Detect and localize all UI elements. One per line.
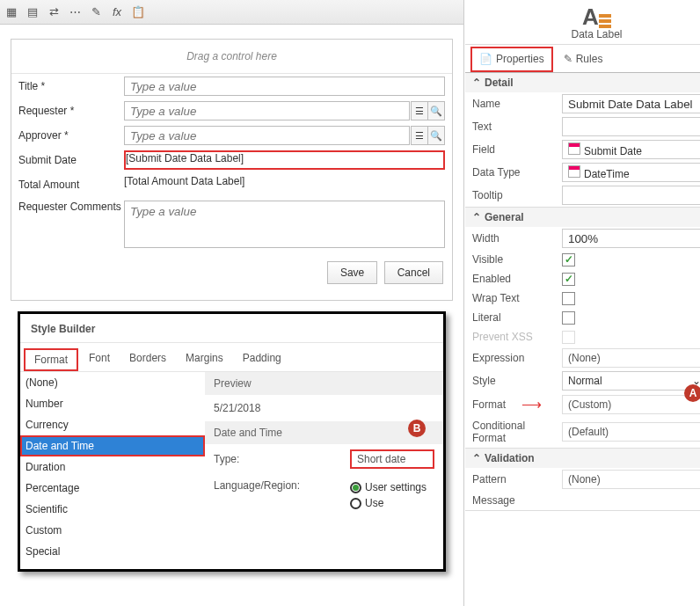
drag-hint: Drag a control here <box>11 40 452 74</box>
style-builder-tabs: Format Font Borders Margins Padding <box>20 343 443 372</box>
properties-panel: A Data Label 📄Properties ✎Rules ⌃Detail … <box>464 0 700 606</box>
search-icon[interactable]: 🔍 <box>427 101 445 120</box>
tab-rules[interactable]: ✎Rules <box>557 47 610 72</box>
lbl-literal: Literal <box>465 308 560 327</box>
lbl-visible: Visible <box>465 250 560 269</box>
cat-custom[interactable]: Custom <box>20 520 205 541</box>
save-button[interactable]: Save <box>327 261 377 284</box>
type-label: Type: <box>214 453 350 465</box>
form-canvas: Drag a control here Title * Requester * … <box>11 39 453 301</box>
checkbox-visible[interactable]: ✓ <box>562 253 575 266</box>
fx-icon[interactable]: fx <box>109 4 125 20</box>
cat-scientific[interactable]: Scientific <box>20 499 205 520</box>
cat-number[interactable]: Number <box>20 393 205 414</box>
lbl-width: Width <box>465 227 560 250</box>
input-name[interactable] <box>562 94 700 113</box>
collapse-icon: ⌃ <box>472 77 481 89</box>
format-category-list: (None) Number Currency Date and Time Dur… <box>20 372 205 562</box>
section-validation[interactable]: ⌃Validation <box>465 449 700 468</box>
dropdown-style[interactable]: Normal⌄ <box>562 371 700 391</box>
style-builder-title: Style Builder <box>20 314 443 343</box>
cat-percentage[interactable]: Percentage <box>20 478 205 499</box>
section-date-time: Date and Time <box>214 427 282 439</box>
style-builder-dialog: Style Builder Format Font Borders Margin… <box>18 311 446 572</box>
label-submit-date: Submit Date <box>18 154 124 166</box>
lbl-pattern: Pattern <box>465 468 560 491</box>
lbl-wrap: Wrap Text <box>465 288 560 308</box>
lbl-datatype: Data Type <box>465 161 560 184</box>
lbl-message: Message <box>465 491 560 510</box>
input-approver[interactable] <box>124 126 410 145</box>
main-toolbar: ▦ ▤ ⇄ ⋯ ✎ fx 📋 <box>0 0 463 25</box>
label-approver: Approver * <box>18 129 124 142</box>
input-text[interactable] <box>562 117 700 136</box>
label-comments: Requester Comments <box>18 201 124 213</box>
panel-title: Data Label <box>465 28 700 44</box>
collapse-icon: ⌃ <box>472 211 481 223</box>
tab-font[interactable]: Font <box>80 348 119 371</box>
grid-edit-icon[interactable]: ▤ <box>25 4 40 20</box>
search-icon[interactable]: 🔍 <box>427 126 445 145</box>
label-title: Title * <box>18 80 124 92</box>
value-pattern[interactable]: (None) <box>562 470 700 489</box>
input-comments[interactable] <box>124 201 445 248</box>
lbl-format: Format⟶ <box>465 392 560 416</box>
picker-icon[interactable]: ☰ <box>411 101 428 120</box>
link-icon[interactable]: ⇄ <box>46 4 62 20</box>
tab-borders[interactable]: Borders <box>120 348 175 371</box>
tab-padding[interactable]: Padding <box>234 348 290 371</box>
section-general[interactable]: ⌃General <box>465 208 700 227</box>
checkbox-enabled[interactable]: ✓ <box>562 273 575 286</box>
lbl-name: Name <box>465 92 560 115</box>
section-detail[interactable]: ⌃Detail <box>465 73 700 92</box>
clipboard-icon[interactable]: 📋 <box>130 4 146 20</box>
total-amount-data-label[interactable]: [Total Amount Data Label] <box>124 175 445 194</box>
dropdown-datatype[interactable]: DateTime⌄ <box>562 163 700 182</box>
cat-none[interactable]: (None) <box>20 372 205 393</box>
lbl-style: Style <box>465 369 560 392</box>
checkbox-wrap[interactable] <box>562 292 575 305</box>
grid-icon[interactable]: ▦ <box>4 4 19 20</box>
checkbox-prevent-xss <box>562 331 575 344</box>
cat-date-time[interactable]: Date and Time <box>20 435 205 456</box>
lbl-enabled: Enabled <box>465 269 560 288</box>
checkbox-literal[interactable] <box>562 311 575 325</box>
picker-icon[interactable]: ☰ <box>411 126 428 145</box>
value-conditional-format[interactable]: (Default) <box>562 422 700 442</box>
wand-icon[interactable]: ✎ <box>88 4 104 20</box>
calendar-icon <box>568 142 580 155</box>
callout-a: A <box>684 384 700 402</box>
cancel-button[interactable]: Cancel <box>384 261 443 284</box>
input-width[interactable] <box>562 229 700 248</box>
type-dropdown[interactable]: Short date <box>350 449 434 469</box>
input-title[interactable] <box>124 77 445 96</box>
tab-properties[interactable]: 📄Properties <box>470 47 553 72</box>
value-format[interactable]: (Custom) <box>562 395 700 414</box>
lbl-expression: Expression <box>465 347 560 369</box>
tab-format[interactable]: Format <box>24 348 78 371</box>
lbl-field: Field <box>465 138 560 161</box>
radio-user-settings[interactable]: User settings <box>350 479 427 495</box>
callout-b: B <box>408 420 426 437</box>
preview-value: 5/21/2018 <box>205 395 443 421</box>
dots-icon[interactable]: ⋯ <box>67 4 83 20</box>
cat-currency[interactable]: Currency <box>20 414 205 435</box>
collapse-icon: ⌃ <box>472 452 481 464</box>
submit-date-data-label[interactable]: [Submit Date Data Label] <box>124 150 445 170</box>
cat-special[interactable]: Special <box>20 541 205 562</box>
calendar-icon <box>568 165 580 178</box>
lang-label: Language/Region: <box>214 479 350 492</box>
value-expression[interactable]: (None) <box>562 348 700 368</box>
lbl-tooltip: Tooltip <box>465 184 560 207</box>
cat-duration[interactable]: Duration <box>20 456 205 478</box>
input-requester[interactable] <box>124 101 410 120</box>
input-tooltip[interactable] <box>562 186 700 205</box>
radio-use[interactable]: Use <box>350 495 427 511</box>
label-requester: Requester * <box>18 105 124 117</box>
lbl-prevent-xss: Prevent XSS <box>465 327 560 347</box>
properties-icon: 📄 <box>479 53 492 65</box>
lbl-text: Text <box>465 115 560 138</box>
preview-label: Preview <box>205 372 443 395</box>
dropdown-field[interactable]: Submit Date <box>562 140 700 159</box>
tab-margins[interactable]: Margins <box>177 348 232 371</box>
